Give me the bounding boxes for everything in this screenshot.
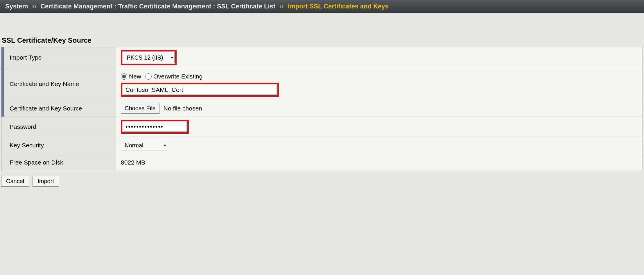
highlight-password (121, 120, 189, 134)
radio-overwrite[interactable] (145, 73, 152, 80)
import-button[interactable]: Import (33, 176, 59, 187)
breadcrumb: System ›› Certificate Management : Traff… (0, 0, 644, 13)
cancel-button[interactable]: Cancel (1, 176, 29, 187)
row-import-type: Import Type PKCS 12 (IIS) (1, 47, 643, 68)
label-cert-key-name: Certificate and Key Name (1, 68, 116, 100)
select-key-security[interactable]: Normal (121, 140, 167, 151)
breadcrumb-current: Import SSL Certificates and Keys (288, 3, 389, 10)
section-title: SSL Certificate/Key Source (0, 36, 644, 47)
breadcrumb-path[interactable]: Certificate Management : Traffic Certifi… (40, 3, 275, 10)
label-key-security: Key Security (1, 137, 116, 154)
input-password[interactable] (123, 122, 187, 132)
row-cert-key-source: Certificate and Key Source Choose File N… (1, 100, 643, 117)
highlight-import-type: PKCS 12 (IIS) (121, 50, 177, 65)
input-cert-key-name[interactable] (123, 85, 277, 95)
form-ssl-source: Import Type PKCS 12 (IIS) Certificate an… (1, 47, 643, 171)
radio-overwrite-label: Overwrite Existing (153, 73, 202, 80)
highlight-cert-name (121, 83, 279, 97)
radio-new[interactable] (121, 73, 127, 80)
row-cert-key-name: Certificate and Key Name New Overwrite E… (1, 68, 643, 100)
free-space-value: 8022 MB (121, 159, 145, 166)
select-import-type[interactable]: PKCS 12 (IIS) (123, 52, 175, 63)
breadcrumb-separator: ›› (279, 3, 284, 10)
breadcrumb-separator: ›› (32, 3, 36, 10)
row-free-space: Free Space on Disk 8022 MB (1, 154, 643, 171)
file-status: No file chosen (164, 105, 202, 112)
label-import-type: Import Type (1, 47, 116, 68)
label-free-space: Free Space on Disk (1, 154, 116, 171)
label-password: Password (1, 117, 116, 137)
row-password: Password (1, 117, 643, 137)
radio-new-label: New (129, 73, 141, 80)
row-key-security: Key Security Normal (1, 137, 643, 154)
label-cert-key-source: Certificate and Key Source (1, 100, 116, 117)
choose-file-button[interactable]: Choose File (121, 103, 159, 114)
breadcrumb-root[interactable]: System (5, 3, 28, 10)
action-bar: Cancel Import (0, 171, 644, 191)
